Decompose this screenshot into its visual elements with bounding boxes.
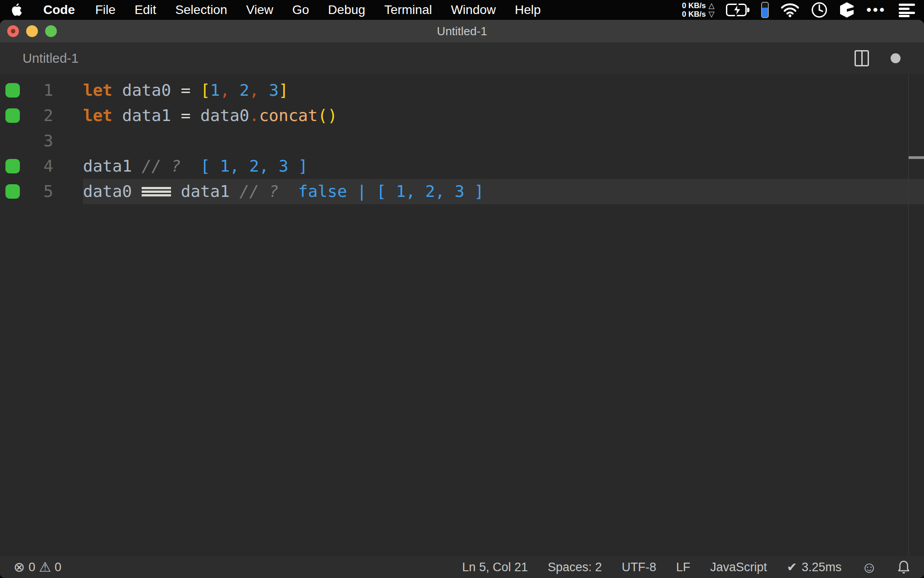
notification-list-icon[interactable] bbox=[898, 3, 916, 17]
indentation-setting[interactable]: Spaces: 2 bbox=[548, 560, 602, 574]
code-lines: 1let data0 = [1, 2, 3]2let data1 = data0… bbox=[0, 78, 924, 204]
problems-indicator[interactable]: ⊗ 0 ⚠ 0 bbox=[14, 560, 61, 574]
code-line-5[interactable]: 5data0 === data1 // ? false | [ 1, 2, 3 … bbox=[0, 179, 924, 204]
status-bar: ⊗ 0 ⚠ 0 Ln 5, Col 21 Spaces: 2 UTF-8 LF … bbox=[0, 556, 924, 578]
quokka-status[interactable]: ✔ 3.25ms bbox=[787, 560, 841, 574]
cursor-position[interactable]: Ln 5, Col 21 bbox=[462, 560, 528, 574]
code-token: concat bbox=[259, 106, 318, 125]
tab-untitled-1[interactable]: Untitled-1 bbox=[0, 51, 79, 66]
apple-icon bbox=[9, 2, 23, 18]
menu-item-go[interactable]: Go bbox=[283, 0, 319, 20]
error-count: 0 bbox=[28, 560, 35, 574]
code-token: // ? bbox=[132, 157, 180, 175]
code-token: let bbox=[83, 81, 122, 99]
menu-item-terminal[interactable]: Terminal bbox=[375, 0, 442, 20]
quokka-coverage-empty bbox=[5, 134, 20, 148]
code-line-1[interactable]: 1let data0 = [1, 2, 3] bbox=[0, 78, 924, 103]
line-number[interactable]: 2 bbox=[20, 103, 53, 128]
menu-item-code[interactable]: Code bbox=[32, 0, 86, 20]
download-arrow-icon: ▽ bbox=[708, 10, 714, 19]
editor-tab-bar: Untitled-1 bbox=[0, 42, 924, 74]
code-editor[interactable]: 1let data0 = [1, 2, 3]2let data1 = data0… bbox=[0, 74, 924, 556]
clock-icon[interactable] bbox=[811, 2, 827, 18]
quokka-coverage-indicator bbox=[5, 108, 20, 123]
code-token: // ? bbox=[230, 182, 278, 200]
notifications-bell-icon[interactable] bbox=[897, 560, 910, 574]
code-token: ] bbox=[279, 81, 289, 99]
warnings-icon: ⚠ bbox=[39, 560, 51, 574]
code-token: , bbox=[220, 81, 239, 99]
upload-arrow-icon: △ bbox=[708, 1, 714, 10]
menu-bar-left: Code File Edit Selection View Go Debug T… bbox=[0, 0, 550, 20]
check-icon: ✔ bbox=[787, 560, 797, 574]
code-token: = bbox=[171, 106, 200, 125]
menu-item-edit[interactable]: Edit bbox=[125, 0, 166, 20]
menu-item-help[interactable]: Help bbox=[505, 0, 550, 20]
network-download-speed: 0 KB/s bbox=[682, 10, 706, 19]
menu-bar-status-icons: 0 KB/s 0 KB/s △ ▽ bbox=[682, 0, 924, 20]
line-number[interactable]: 1 bbox=[20, 78, 53, 103]
code-token: . bbox=[249, 106, 259, 125]
macos-menu-bar: Code File Edit Selection View Go Debug T… bbox=[0, 0, 924, 20]
gutter: 4 bbox=[0, 154, 83, 179]
code-token: [ bbox=[200, 81, 210, 99]
code-token: data1 bbox=[122, 106, 171, 125]
code-token: data1 bbox=[171, 182, 230, 200]
code-token: 2 bbox=[240, 81, 249, 99]
quokka-coverage-indicator bbox=[5, 83, 20, 98]
code-token: = bbox=[171, 81, 200, 99]
code-token: data0 bbox=[200, 106, 249, 125]
close-button[interactable] bbox=[7, 25, 19, 37]
apple-menu[interactable] bbox=[0, 0, 32, 20]
code-text: data0 === data1 // ? false | [ 1, 2, 3 ] bbox=[83, 179, 924, 204]
encoding-setting[interactable]: UTF-8 bbox=[622, 560, 656, 574]
code-text bbox=[83, 128, 924, 154]
more-menu-icon[interactable]: ••• bbox=[866, 3, 886, 17]
window-controls bbox=[7, 20, 57, 42]
menu-item-selection[interactable]: Selection bbox=[166, 0, 236, 20]
line-number[interactable]: 3 bbox=[20, 128, 53, 154]
menu-item-debug[interactable]: Debug bbox=[319, 0, 375, 20]
blue-status-indicator-icon[interactable] bbox=[761, 2, 769, 18]
code-text: let data1 = data0.concat() bbox=[83, 103, 924, 128]
code-text: data1 // ? [ 1, 2, 3 ] bbox=[83, 154, 924, 179]
quokka-coverage-indicator bbox=[5, 159, 20, 173]
menu-item-window[interactable]: Window bbox=[441, 0, 505, 20]
code-token: data0 bbox=[83, 182, 142, 200]
warning-count: 0 bbox=[55, 560, 61, 574]
charging-bolt-icon bbox=[730, 3, 744, 17]
code-line-3[interactable]: 3 bbox=[0, 128, 924, 154]
minimize-button[interactable] bbox=[26, 25, 38, 37]
code-token: , bbox=[249, 81, 269, 99]
window-titlebar[interactable]: Untitled-1 bbox=[0, 20, 924, 42]
errors-icon: ⊗ bbox=[14, 560, 25, 574]
zoom-button[interactable] bbox=[45, 25, 57, 37]
menu-item-file[interactable]: File bbox=[86, 0, 125, 20]
vscode-window: Untitled-1 Untitled-1 1let data0 = [1, 2… bbox=[0, 20, 924, 578]
code-token: 1 bbox=[210, 81, 220, 99]
code-token: === bbox=[142, 179, 171, 204]
eol-setting[interactable]: LF bbox=[676, 560, 691, 574]
unsaved-changes-icon[interactable] bbox=[891, 53, 901, 63]
wifi-icon[interactable] bbox=[781, 3, 799, 17]
editor-actions bbox=[855, 50, 924, 66]
line-number[interactable]: 4 bbox=[20, 154, 53, 179]
code-token: let bbox=[83, 106, 122, 125]
network-upload-speed: 0 KB/s bbox=[682, 1, 706, 10]
overview-ruler-divider bbox=[908, 74, 909, 556]
line-number[interactable]: 5 bbox=[20, 179, 53, 204]
menu-item-view[interactable]: View bbox=[237, 0, 283, 20]
split-editor-icon[interactable] bbox=[855, 50, 869, 66]
battery-charging-icon[interactable] bbox=[726, 4, 749, 16]
quokka-coverage-indicator bbox=[5, 184, 20, 199]
cube-app-icon[interactable] bbox=[839, 2, 855, 18]
window-title: Untitled-1 bbox=[437, 24, 487, 38]
gutter: 3 bbox=[0, 128, 83, 154]
language-mode[interactable]: JavaScript bbox=[710, 560, 767, 574]
quokka-inline-result: false | [ 1, 2, 3 ] bbox=[279, 182, 484, 200]
code-line-2[interactable]: 2let data1 = data0.concat() bbox=[0, 103, 924, 128]
network-speed-indicator[interactable]: 0 KB/s 0 KB/s △ ▽ bbox=[682, 1, 714, 19]
code-line-4[interactable]: 4data1 // ? [ 1, 2, 3 ] bbox=[0, 154, 924, 179]
feedback-smiley-icon[interactable]: ☺ bbox=[861, 559, 877, 575]
overview-ruler-cursor-marker bbox=[909, 156, 924, 159]
